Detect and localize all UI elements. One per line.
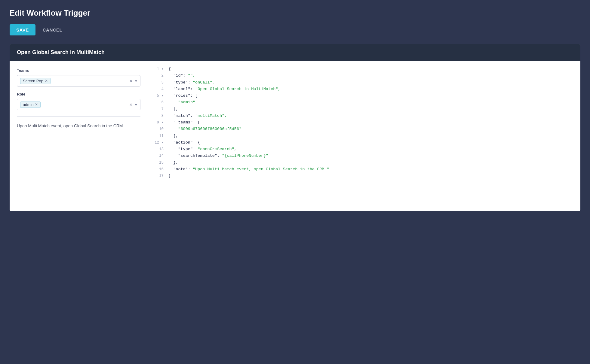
line-number: 1 ▾ bbox=[153, 66, 164, 72]
role-input[interactable]: admin ✕ ✕ ▾ bbox=[17, 99, 140, 110]
line-content: "label": "Open Global Search in MultiMat… bbox=[168, 86, 281, 93]
line-content: "type": "onCall", bbox=[168, 79, 215, 86]
code-line: 15 }, bbox=[148, 159, 580, 166]
page-title: Edit Workflow Trigger bbox=[10, 8, 580, 18]
code-line: 17} bbox=[148, 173, 580, 179]
code-line: 3 "type": "onCall", bbox=[148, 79, 580, 86]
code-line: 13 "type": "openCrmSearch", bbox=[148, 146, 580, 153]
teams-label: Teams bbox=[17, 68, 140, 73]
line-content: "type": "openCrmSearch", bbox=[168, 146, 237, 153]
line-content: } bbox=[168, 173, 171, 179]
code-line: 5 ▾ "roles": [ bbox=[148, 93, 580, 99]
line-content: { bbox=[168, 66, 171, 72]
code-line: 2 "id": "", bbox=[148, 72, 580, 79]
line-content: }, bbox=[168, 159, 178, 166]
string-value: "onCall", bbox=[193, 80, 215, 85]
code-line: 6 "admin" bbox=[148, 99, 580, 106]
tag-controls: ✕ ▾ bbox=[129, 79, 137, 83]
page-wrapper: Edit Workflow Trigger SAVE CANCEL Open G… bbox=[0, 0, 590, 223]
line-number: 10 bbox=[153, 126, 164, 132]
tag-close-icon[interactable]: ✕ bbox=[45, 79, 48, 83]
line-number: 15 bbox=[153, 159, 164, 166]
line-number: 8 bbox=[153, 113, 164, 119]
card-header: Open Global Search in MultiMatch bbox=[10, 44, 580, 61]
teams-tag-area: Screen Pop ✕ bbox=[20, 78, 129, 84]
line-content: "searchTemplate": "{callPhoneNumber}" bbox=[168, 153, 268, 159]
string-value: "Upon Multi Match event, open Global Sea… bbox=[193, 167, 329, 171]
teams-input[interactable]: Screen Pop ✕ ✕ ▾ bbox=[17, 75, 140, 86]
card-body: Teams Screen Pop ✕ ✕ ▾ Role bbox=[10, 61, 580, 211]
line-content: "note": "Upon Multi Match event, open Gl… bbox=[168, 166, 329, 173]
left-panel: Teams Screen Pop ✕ ✕ ▾ Role bbox=[10, 61, 148, 211]
code-line: 1 ▾{ bbox=[148, 66, 580, 72]
line-content: "id": "", bbox=[168, 72, 195, 79]
line-number: 14 bbox=[153, 153, 164, 159]
code-line: 16 "note": "Upon Multi Match event, open… bbox=[148, 166, 580, 173]
line-content: "6009b673606f860006cf5d56" bbox=[168, 126, 241, 132]
line-number: 5 ▾ bbox=[153, 93, 164, 99]
divider bbox=[17, 116, 140, 117]
line-number: 7 bbox=[153, 106, 164, 113]
code-line: 12 ▾ "action": { bbox=[148, 139, 580, 146]
tag-label: Screen Pop bbox=[23, 79, 43, 83]
cancel-button[interactable]: CANCEL bbox=[43, 27, 63, 32]
line-number: 2 bbox=[153, 72, 164, 79]
line-number: 9 ▾ bbox=[153, 119, 164, 126]
string-value: "admin" bbox=[178, 100, 195, 105]
line-content: "_teams": [ bbox=[168, 119, 200, 126]
code-line: 14 "searchTemplate": "{callPhoneNumber}" bbox=[148, 153, 580, 159]
code-line: 9 ▾ "_teams": [ bbox=[148, 119, 580, 126]
line-number: 11 bbox=[153, 133, 164, 139]
chevron-down-icon[interactable]: ▾ bbox=[135, 102, 137, 107]
workflow-trigger-card: Open Global Search in MultiMatch Teams S… bbox=[10, 44, 580, 211]
string-value: "{callPhoneNumber}" bbox=[222, 153, 268, 158]
line-content: "match": "multiMatch", bbox=[168, 113, 227, 119]
line-content: "roles": [ bbox=[168, 93, 198, 99]
code-line: 11 ], bbox=[148, 133, 580, 139]
line-number: 13 bbox=[153, 146, 164, 153]
line-content: ], bbox=[168, 133, 178, 139]
code-line: 10 "6009b673606f860006cf5d56" bbox=[148, 126, 580, 132]
string-value: "6009b673606f860006cf5d56" bbox=[178, 127, 241, 131]
tag-label: admin bbox=[23, 102, 33, 107]
role-label: Role bbox=[17, 92, 140, 96]
code-line: 4 "label": "Open Global Search in MultiM… bbox=[148, 86, 580, 93]
tag-close-icon[interactable]: ✕ bbox=[35, 102, 38, 107]
description-text: Upon Multi Match event, open Global Sear… bbox=[17, 123, 140, 129]
toolbar: SAVE CANCEL bbox=[10, 24, 580, 35]
line-content: ], bbox=[168, 106, 178, 113]
code-line: 8 "match": "multiMatch", bbox=[148, 113, 580, 119]
role-tag-area: admin ✕ bbox=[20, 102, 129, 108]
line-number: 6 bbox=[153, 99, 164, 106]
string-value: "Open Global Search in MultiMatch", bbox=[195, 87, 281, 91]
code-block: 1 ▾{2 "id": "",3 "type": "onCall",4 "lab… bbox=[148, 66, 580, 180]
line-number: 16 bbox=[153, 166, 164, 173]
line-number: 4 bbox=[153, 86, 164, 93]
screen-pop-tag[interactable]: Screen Pop ✕ bbox=[20, 78, 51, 84]
line-content: "admin" bbox=[168, 99, 195, 106]
admin-tag[interactable]: admin ✕ bbox=[20, 102, 41, 108]
line-content: "action": { bbox=[168, 139, 200, 146]
line-number: 17 bbox=[153, 173, 164, 179]
save-button[interactable]: SAVE bbox=[10, 24, 35, 35]
clear-icon[interactable]: ✕ bbox=[129, 79, 133, 83]
string-value: "multiMatch", bbox=[195, 114, 227, 118]
tag-controls: ✕ ▾ bbox=[129, 102, 137, 107]
code-editor-panel: 1 ▾{2 "id": "",3 "type": "onCall",4 "lab… bbox=[148, 61, 580, 211]
code-line: 7 ], bbox=[148, 106, 580, 113]
clear-icon[interactable]: ✕ bbox=[129, 102, 133, 107]
string-value: "openCrmSearch", bbox=[198, 147, 237, 151]
line-number: 3 bbox=[153, 79, 164, 86]
string-value: "", bbox=[188, 73, 195, 78]
chevron-down-icon[interactable]: ▾ bbox=[135, 79, 137, 83]
line-number: 12 ▾ bbox=[153, 139, 164, 146]
